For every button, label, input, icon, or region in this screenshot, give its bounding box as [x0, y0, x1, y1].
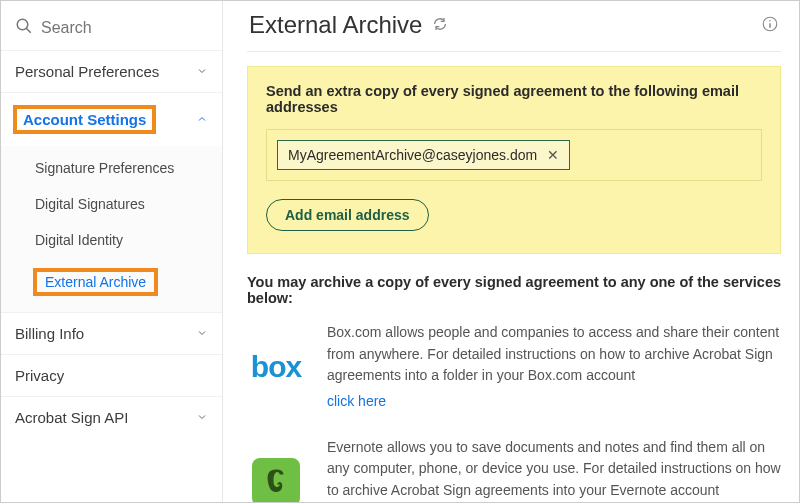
sidebar-subitem-digital-signatures[interactable]: Digital Signatures: [1, 186, 222, 222]
sidebar-item-label: External Archive: [45, 274, 146, 290]
chevron-down-icon: [196, 63, 208, 80]
sidebar-subnav-account: Signature Preferences Digital Signatures…: [1, 146, 222, 312]
chevron-down-icon: [196, 409, 208, 426]
sidebar-item-label: Privacy: [15, 367, 64, 384]
add-email-button[interactable]: Add email address: [266, 199, 429, 231]
sidebar-item-label: Account Settings: [23, 111, 146, 128]
sidebar-item-label: Signature Preferences: [35, 160, 174, 176]
sidebar-item-label: Personal Preferences: [15, 63, 159, 80]
svg-line-1: [26, 28, 31, 33]
highlight-marker: External Archive: [33, 268, 158, 296]
main-content: External Archive Send an extra copy of e…: [223, 1, 799, 502]
service-description: Box.com allows people and companies to a…: [327, 322, 781, 413]
email-archive-panel: Send an extra copy of every signed agree…: [247, 66, 781, 254]
page-title: External Archive: [249, 11, 422, 39]
search-placeholder: Search: [41, 19, 92, 37]
service-description: Evernote allows you to save documents an…: [327, 437, 781, 502]
svg-point-0: [17, 19, 28, 30]
service-row-box: box Box.com allows people and companies …: [247, 322, 781, 413]
sidebar-subitem-signature-preferences[interactable]: Signature Preferences: [1, 150, 222, 186]
sidebar-subitem-digital-identity[interactable]: Digital Identity: [1, 222, 222, 258]
sidebar-item-label: Billing Info: [15, 325, 84, 342]
sidebar-subitem-external-archive[interactable]: External Archive: [1, 258, 222, 306]
email-chip: MyAgreementArchive@caseyjones.dom ✕: [277, 140, 570, 170]
sidebar-item-account-settings[interactable]: Account Settings: [1, 92, 222, 146]
close-icon[interactable]: ✕: [547, 148, 559, 162]
panel-instruction: Send an extra copy of every signed agree…: [266, 83, 762, 115]
service-desc-text: Evernote allows you to save documents an…: [327, 439, 781, 498]
service-link-box[interactable]: click here: [327, 391, 781, 413]
app-window: Search Personal Preferences Account Sett…: [0, 0, 800, 503]
sidebar-item-acrobat-sign-api[interactable]: Acrobat Sign API: [1, 396, 222, 438]
sidebar: Search Personal Preferences Account Sett…: [1, 1, 223, 502]
info-icon[interactable]: [761, 15, 779, 36]
search-icon: [15, 17, 33, 38]
sidebar-item-label: Acrobat Sign API: [15, 409, 128, 426]
service-row-evernote: Evernote allows you to save documents an…: [247, 437, 781, 502]
sidebar-item-privacy[interactable]: Privacy: [1, 354, 222, 396]
sidebar-item-billing-info[interactable]: Billing Info: [1, 312, 222, 354]
sidebar-item-label: Digital Identity: [35, 232, 123, 248]
highlight-marker: Account Settings: [13, 105, 156, 134]
search-input[interactable]: Search: [1, 7, 222, 50]
sidebar-item-label: Digital Signatures: [35, 196, 145, 212]
service-desc-text: Box.com allows people and companies to a…: [327, 324, 779, 383]
svg-point-4: [769, 19, 771, 21]
email-address-field[interactable]: MyAgreementArchive@caseyjones.dom ✕: [266, 129, 762, 181]
refresh-icon[interactable]: [432, 16, 448, 35]
chevron-down-icon: [196, 325, 208, 342]
evernote-logo: [247, 437, 305, 502]
sidebar-item-personal-preferences[interactable]: Personal Preferences: [1, 50, 222, 92]
email-chip-text: MyAgreementArchive@caseyjones.dom: [288, 147, 537, 163]
page-header: External Archive: [247, 7, 781, 52]
box-logo: box: [247, 322, 305, 413]
services-intro: You may archive a copy of every signed a…: [247, 274, 781, 306]
chevron-up-icon: [196, 111, 208, 128]
